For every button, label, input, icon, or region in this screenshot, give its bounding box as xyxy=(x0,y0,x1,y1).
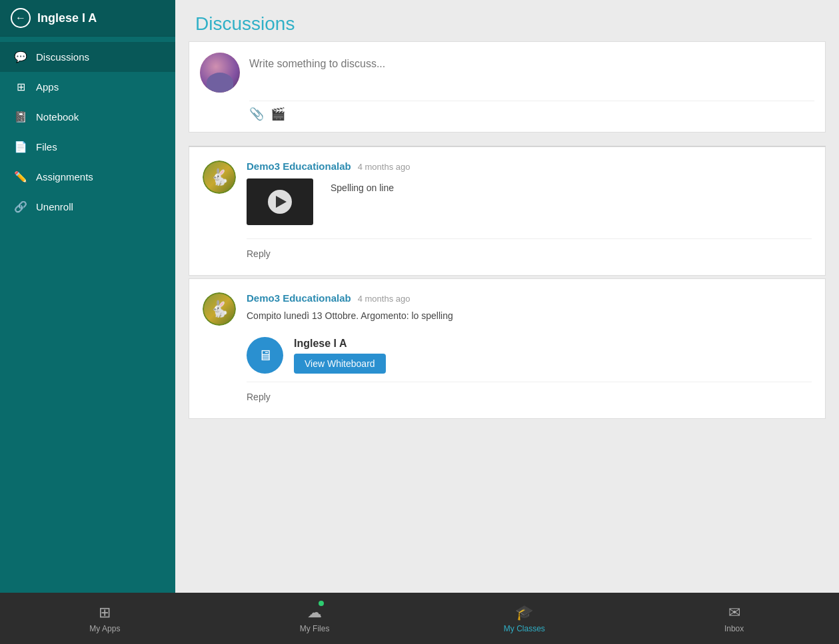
sidebar-item-apps-label: Apps xyxy=(36,81,59,93)
bottom-nav-my-files[interactable]: ☁ My Files xyxy=(210,593,420,644)
whiteboard-card: 🖥 Inglese I A View Whiteboard xyxy=(247,329,812,382)
attach-video-button[interactable]: 🎬 xyxy=(271,107,285,121)
sidebar: ← Inglese I A 💬 Discussions ⊞ Apps 📓 Not… xyxy=(0,0,175,593)
reply-button-2[interactable]: Reply xyxy=(247,389,271,405)
post-body-2: Demo3 Educationalab 4 months ago Compito… xyxy=(247,292,812,405)
apps-icon: ⊞ xyxy=(13,81,28,93)
my-files-icon: ☁ xyxy=(307,604,322,621)
post-time-2: 4 months ago xyxy=(358,294,411,304)
discussions-icon: 💬 xyxy=(13,51,28,63)
avatar-animal-1: 🐇 xyxy=(203,161,236,194)
discussion-post-2: 🐇 Demo3 Educationalab 4 months ago Compi… xyxy=(189,278,826,419)
notification-dot xyxy=(319,601,324,606)
assignments-icon: ✏️ xyxy=(13,170,28,183)
notebook-icon: 📓 xyxy=(13,111,28,123)
post-footer-1: Reply xyxy=(247,238,812,262)
avatar-image xyxy=(200,53,240,93)
my-apps-icon: ⊞ xyxy=(99,604,111,621)
sidebar-item-notebook[interactable]: 📓 Notebook xyxy=(0,102,175,132)
play-button-1 xyxy=(268,190,292,214)
play-triangle-icon xyxy=(276,196,287,208)
whiteboard-title: Inglese I A xyxy=(294,338,386,350)
sidebar-item-unenroll[interactable]: 🔗 Unenroll xyxy=(0,192,175,222)
reply-button-1[interactable]: Reply xyxy=(247,246,271,262)
bottom-nav-inbox[interactable]: ✉ Inbox xyxy=(629,593,839,644)
sidebar-item-discussions[interactable]: 💬 Discussions xyxy=(0,42,175,72)
avatar-animal-2: 🐇 xyxy=(203,292,236,326)
back-button[interactable]: ← xyxy=(11,8,31,28)
sidebar-item-unenroll-label: Unenroll xyxy=(36,201,73,212)
sidebar-nav: 💬 Discussions ⊞ Apps 📓 Notebook 📄 Files … xyxy=(0,42,175,222)
discussion-post: 🐇 Demo3 Educationalab 4 months ago Spell… xyxy=(189,147,826,276)
sidebar-item-files[interactable]: 📄 Files xyxy=(0,132,175,162)
post-avatar-2: 🐇 xyxy=(203,292,236,326)
page-header: Discussions xyxy=(175,0,839,41)
whiteboard-icon-circle: 🖥 xyxy=(247,337,283,374)
my-classes-label: My Classes xyxy=(504,624,545,633)
bottom-nav-my-apps[interactable]: ⊞ My Apps xyxy=(0,593,210,644)
unenroll-icon: 🔗 xyxy=(13,200,28,213)
sidebar-item-assignments-label: Assignments xyxy=(36,171,93,182)
post-footer-2: Reply xyxy=(247,382,812,405)
sidebar-item-assignments[interactable]: ✏️ Assignments xyxy=(0,162,175,192)
attach-file-button[interactable]: 📎 xyxy=(249,107,264,121)
video-thumbnail-1[interactable] xyxy=(247,178,313,225)
sidebar-item-notebook-label: Notebook xyxy=(36,111,79,123)
bottom-nav-my-classes[interactable]: 🎓 My Classes xyxy=(420,593,630,644)
post-author-2[interactable]: Demo3 Educationalab xyxy=(247,292,351,304)
post-body-1: Demo3 Educationalab 4 months ago Spellin… xyxy=(247,161,812,262)
sidebar-item-files-label: Files xyxy=(36,141,57,153)
video-label-1: Spelling on line xyxy=(331,182,394,193)
composer-input[interactable] xyxy=(249,53,814,93)
my-classes-icon: 🎓 xyxy=(515,604,533,621)
composer-toolbar: 📎 🎬 xyxy=(249,101,814,121)
post-content-2: Compito lunedì 13 Ottobre. Argomento: lo… xyxy=(247,310,812,321)
composer-wrapper: 📎 🎬 xyxy=(249,53,814,121)
inbox-label: Inbox xyxy=(724,624,744,633)
my-files-label: My Files xyxy=(300,624,330,633)
page-title: Discussions xyxy=(195,13,819,35)
user-avatar xyxy=(200,53,240,93)
main-content: Discussions 📎 🎬 🐇 Demo3 Edu xyxy=(175,0,839,593)
bottom-nav: ⊞ My Apps ☁ My Files 🎓 My Classes ✉ Inbo… xyxy=(0,593,839,644)
sidebar-item-apps[interactable]: ⊞ Apps xyxy=(0,72,175,102)
post-header-1: Demo3 Educationalab 4 months ago xyxy=(247,161,812,172)
post-header-2: Demo3 Educationalab 4 months ago xyxy=(247,292,812,304)
whiteboard-info: Inglese I A View Whiteboard xyxy=(294,338,386,374)
my-apps-label: My Apps xyxy=(89,624,120,633)
files-icon: 📄 xyxy=(13,141,28,153)
composer-area: 📎 🎬 xyxy=(189,41,826,133)
sidebar-title: Inglese I A xyxy=(37,11,97,25)
post-time-1: 4 months ago xyxy=(358,162,411,172)
inbox-icon: ✉ xyxy=(728,604,740,621)
sidebar-header: ← Inglese I A xyxy=(0,0,175,37)
post-avatar-1: 🐇 xyxy=(203,161,236,194)
monitor-icon: 🖥 xyxy=(258,347,273,364)
sidebar-item-discussions-label: Discussions xyxy=(36,51,89,63)
view-whiteboard-button[interactable]: View Whiteboard xyxy=(294,354,386,374)
post-author-1[interactable]: Demo3 Educationalab xyxy=(247,161,351,172)
